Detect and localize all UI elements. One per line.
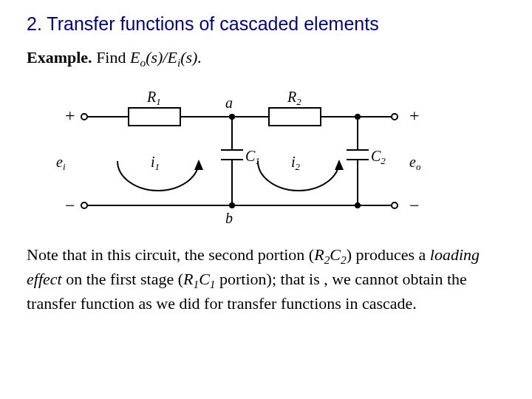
svg-text:eo: eo xyxy=(409,154,421,172)
plus-left: + xyxy=(65,106,75,125)
minus-right: − xyxy=(409,196,420,215)
svg-point-8 xyxy=(392,114,398,120)
i2-num: 2 xyxy=(296,161,301,172)
note-r1: R xyxy=(183,270,193,288)
circuit-svg: R1 a R2 + + ei i1 C1 i2 C2 eo − − b xyxy=(47,80,432,228)
eo-sym: E xyxy=(130,48,140,66)
note-c2n: 2 xyxy=(341,254,347,267)
svg-point-22 xyxy=(355,203,360,208)
note-c1n: 1 xyxy=(210,279,216,291)
eo-sub: o xyxy=(140,56,146,69)
svg-rect-2 xyxy=(129,108,180,126)
svg-rect-6 xyxy=(269,108,321,126)
c1-num: 1 xyxy=(255,155,260,166)
plus-right: + xyxy=(409,106,420,125)
example-text: Find xyxy=(92,48,130,66)
eo-sub: o xyxy=(416,161,421,172)
ratio-tail: (s). xyxy=(180,48,202,66)
ei-sub: i xyxy=(63,161,66,172)
c2-num: 2 xyxy=(381,155,386,166)
ei-sym: E xyxy=(167,48,177,66)
svg-point-10 xyxy=(81,202,87,208)
svg-text:ei: ei xyxy=(56,154,66,172)
r1-label: R xyxy=(146,89,156,105)
minus-left: − xyxy=(65,196,75,215)
circuit-diagram: R1 a R2 + + ei i1 C1 i2 C2 eo − − b xyxy=(47,80,505,231)
svg-text:i1: i1 xyxy=(151,154,160,172)
note-t1: Note that in this circuit, the second po… xyxy=(27,245,314,264)
c2-label: C xyxy=(371,148,381,164)
svg-text:R1: R1 xyxy=(146,89,161,107)
example-line: Example. Find Eo(s)/Ei(s). xyxy=(27,48,505,69)
eo-label: e xyxy=(409,154,416,170)
svg-point-21 xyxy=(355,115,360,119)
note-text: Note that in this circuit, the second po… xyxy=(27,244,505,313)
ratio-mid: (s)/ xyxy=(146,48,167,66)
node-a: a xyxy=(225,95,233,111)
svg-point-11 xyxy=(392,202,398,208)
svg-text:C2: C2 xyxy=(371,148,386,166)
note-c2: C xyxy=(330,245,341,264)
svg-point-1 xyxy=(81,114,87,120)
note-r1n: 1 xyxy=(193,279,199,291)
svg-text:C1: C1 xyxy=(245,148,260,166)
r2-label: R xyxy=(287,89,296,105)
note-c1: C xyxy=(199,270,210,288)
note-r2: R xyxy=(314,245,324,264)
r1-num: 1 xyxy=(156,96,161,107)
r2-num: 2 xyxy=(296,96,301,107)
note-t2: ) produces a xyxy=(347,245,430,264)
i1-num: 1 xyxy=(155,161,160,172)
svg-text:R2: R2 xyxy=(287,89,301,107)
svg-text:i2: i2 xyxy=(291,154,301,172)
slide-title: 2. Transfer functions of cascaded elemen… xyxy=(27,13,505,35)
slide: 2. Transfer functions of cascaded elemen… xyxy=(0,0,532,327)
note-t3: on the first stage ( xyxy=(62,270,183,288)
c1-label: C xyxy=(245,148,256,164)
ei-label: e xyxy=(56,154,63,170)
node-b: b xyxy=(225,210,233,226)
example-label: Example. xyxy=(27,48,92,66)
